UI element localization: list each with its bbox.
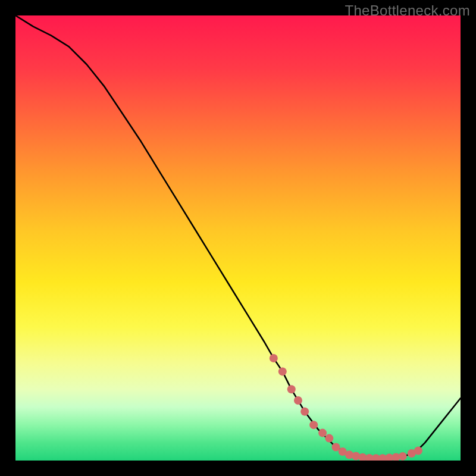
plot-area <box>15 15 461 461</box>
marker-dot <box>278 367 287 375</box>
marker-dot <box>287 385 296 393</box>
marker-dot <box>309 421 318 429</box>
marker-dot <box>294 396 302 405</box>
marker-dot <box>325 434 333 443</box>
chart-frame: TheBottleneck.com <box>0 0 476 476</box>
marker-dot <box>318 429 327 437</box>
marker-dot <box>414 447 422 455</box>
curve-line <box>15 15 461 458</box>
marker-group <box>270 354 422 461</box>
marker-dot <box>270 354 278 362</box>
marker-dot <box>399 452 407 461</box>
marker-dot <box>300 408 309 416</box>
curve-svg <box>15 15 461 461</box>
